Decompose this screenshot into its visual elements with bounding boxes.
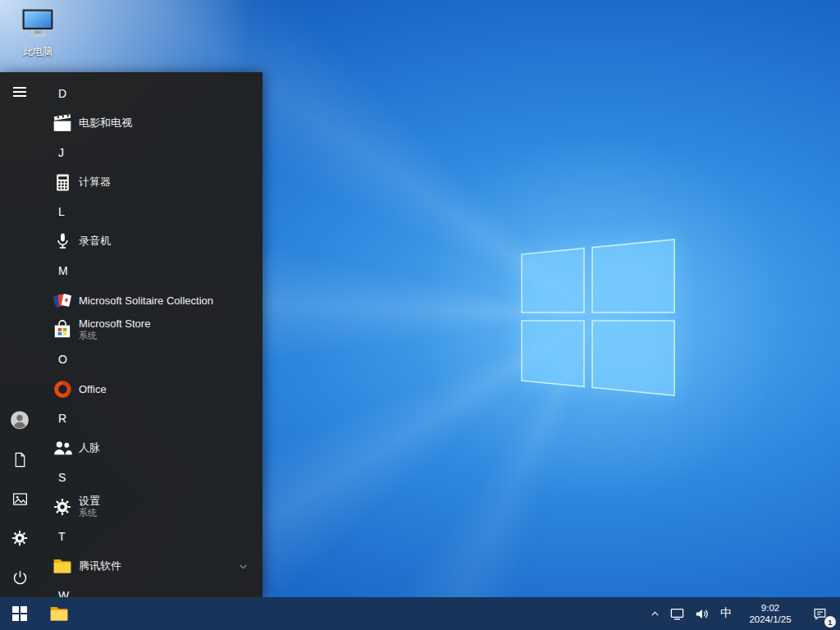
- file-explorer-icon: [48, 603, 70, 624]
- app-sublabel: 系统: [79, 508, 100, 518]
- app-label: Office: [79, 383, 107, 395]
- calculator-icon: [51, 171, 74, 194]
- section-letter-m[interactable]: M: [39, 256, 262, 285]
- app-item-tencent-folder[interactable]: 腾讯软件: [39, 551, 262, 581]
- people-icon: [51, 436, 74, 459]
- app-label: Microsoft Store: [79, 318, 150, 331]
- letter-label: T: [58, 530, 66, 543]
- system-tray: 中 9:02 2024/1/25 1: [645, 597, 840, 630]
- app-label-block: Microsoft Store 系统: [79, 318, 150, 341]
- section-letter-w[interactable]: W: [39, 581, 262, 597]
- app-label: 腾讯软件: [79, 559, 121, 573]
- gear-icon: [11, 529, 29, 547]
- app-item-voice-recorder[interactable]: 录音机: [39, 226, 262, 256]
- letter-label: D: [58, 87, 66, 100]
- pictures-icon: [11, 491, 29, 508]
- section-letter-r[interactable]: R: [39, 404, 262, 433]
- app-label: 计算器: [79, 175, 111, 189]
- letter-label: S: [58, 471, 66, 484]
- movies-tv-icon: [51, 112, 74, 135]
- app-label: 设置: [79, 495, 100, 508]
- show-hidden-icons-button[interactable]: [645, 597, 664, 630]
- volume-tray-button[interactable]: [689, 597, 714, 630]
- store-icon: [51, 318, 74, 341]
- app-label: 录音机: [79, 234, 111, 249]
- app-item-office[interactable]: Office: [39, 374, 262, 404]
- app-item-calculator[interactable]: 计算器: [39, 167, 262, 197]
- section-letter-t[interactable]: T: [39, 522, 262, 551]
- letter-label: R: [58, 412, 66, 425]
- ime-indicator[interactable]: 中: [714, 597, 738, 630]
- letter-label: M: [58, 264, 68, 277]
- taskbar: 中 9:02 2024/1/25 1: [0, 597, 840, 630]
- section-letter-o[interactable]: O: [39, 345, 262, 374]
- network-icon: [669, 606, 685, 622]
- network-tray-button[interactable]: [664, 597, 689, 630]
- section-letter-d[interactable]: D: [39, 79, 262, 108]
- app-item-solitaire[interactable]: Microsoft Solitaire Collection: [39, 285, 262, 315]
- settings-rail-button[interactable]: [0, 518, 39, 558]
- start-button[interactable]: [0, 597, 39, 630]
- app-item-people[interactable]: 人脉: [39, 433, 262, 463]
- volume-icon: [694, 606, 710, 622]
- pictures-button[interactable]: [0, 479, 39, 518]
- app-label: Microsoft Solitaire Collection: [79, 294, 213, 307]
- power-icon: [11, 569, 29, 587]
- app-list: D 电影和电视 J: [39, 79, 262, 597]
- power-button[interactable]: [0, 558, 39, 597]
- settings-icon: [51, 495, 74, 518]
- windows-flag-icon: [12, 606, 27, 621]
- notification-badge: 1: [824, 616, 836, 628]
- start-menu: D 电影和电视 J: [0, 72, 262, 597]
- section-letter-l[interactable]: L: [39, 197, 262, 226]
- rail-bottom: [0, 400, 39, 597]
- user-icon: [9, 409, 30, 431]
- user-account-button[interactable]: [0, 400, 39, 440]
- section-letter-j[interactable]: J: [39, 138, 262, 167]
- letter-label: J: [58, 146, 64, 159]
- action-center-button[interactable]: 1: [802, 597, 837, 630]
- app-item-microsoft-store[interactable]: Microsoft Store 系统: [39, 315, 262, 345]
- solitaire-icon: [51, 289, 74, 312]
- chevron-down-icon: [237, 560, 249, 573]
- letter-label: O: [58, 353, 67, 366]
- app-label: 人脉: [79, 441, 100, 455]
- taskbar-clock[interactable]: 9:02 2024/1/25: [738, 597, 802, 630]
- app-sublabel: 系统: [79, 331, 150, 341]
- file-explorer-button[interactable]: [39, 597, 79, 630]
- app-item-settings[interactable]: 设置 系统: [39, 492, 262, 522]
- this-pc-icon: [19, 7, 57, 39]
- screen: 此电脑: [0, 0, 840, 630]
- hamburger-icon: [13, 84, 26, 99]
- documents-button[interactable]: [0, 440, 39, 479]
- windows-logo: [517, 236, 679, 400]
- app-label-block: 设置 系统: [79, 495, 100, 518]
- letter-label: W: [58, 589, 69, 597]
- document-icon: [11, 451, 29, 468]
- start-menu-rail: [0, 72, 39, 597]
- app-label: 电影和电视: [79, 116, 132, 130]
- clock-date: 2024/1/25: [749, 614, 791, 625]
- folder-icon: [51, 555, 74, 578]
- app-item-movies-tv[interactable]: 电影和电视: [39, 108, 262, 138]
- voice-recorder-icon: [51, 230, 74, 253]
- section-letter-s[interactable]: S: [39, 463, 262, 492]
- expand-menu-button[interactable]: [0, 72, 39, 112]
- letter-label: L: [58, 205, 65, 218]
- desktop-icon-this-pc[interactable]: 此电脑: [7, 7, 69, 59]
- clock-time: 9:02: [761, 602, 779, 614]
- desktop-icon-label: 此电脑: [7, 45, 69, 59]
- chevron-up-icon: [650, 609, 660, 619]
- office-icon: [51, 377, 74, 400]
